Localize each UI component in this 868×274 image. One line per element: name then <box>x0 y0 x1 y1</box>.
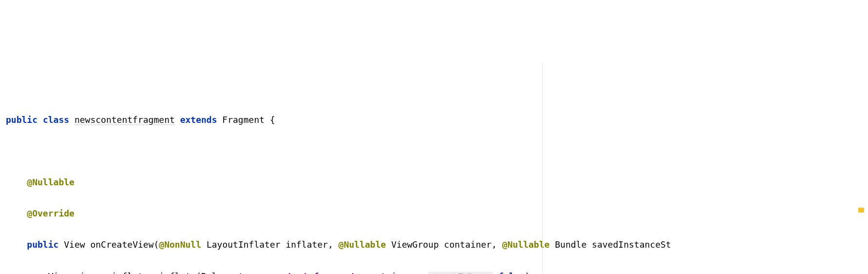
class-name: newscontentfragment <box>75 115 175 125</box>
keyword: public <box>27 239 58 250</box>
r-sub: layout <box>212 271 244 274</box>
keyword: public <box>6 115 38 125</box>
annotation: @Nullable <box>339 239 386 250</box>
type: View <box>48 271 69 274</box>
param-hint: attachToRoot: <box>428 272 493 274</box>
annotation: @NonNull <box>159 239 201 250</box>
arg: container <box>365 271 413 274</box>
resource-id: newscontent_fragment <box>249 271 355 274</box>
right-margin-line <box>542 62 543 274</box>
annotation: @Override <box>27 208 75 218</box>
r-class: R <box>201 271 207 274</box>
param-name: inflater <box>285 239 328 250</box>
code-editor[interactable]: public class newscontentfragment extends… <box>0 62 868 274</box>
return-type: View <box>64 239 85 250</box>
param-type: Bundle <box>555 239 586 250</box>
keyword: false <box>498 271 525 274</box>
code-line[interactable] <box>5 143 868 159</box>
object: inflater <box>112 271 154 274</box>
annotation: @Nullable <box>27 177 75 187</box>
param-type: LayoutInflater <box>207 239 281 250</box>
var: view <box>75 271 95 274</box>
param-name: savedInstanceSt <box>592 239 671 250</box>
keyword: class <box>43 115 69 125</box>
code-line[interactable]: @Override <box>5 206 868 221</box>
method-call: inflate <box>159 271 196 274</box>
param-type: ViewGroup <box>391 239 439 250</box>
code-line[interactable]: public class newscontentfragment extends… <box>5 112 868 128</box>
code-line[interactable]: public View onCreateView(@NonNull Layout… <box>5 237 868 253</box>
warning-stripe[interactable] <box>858 208 864 213</box>
code-line[interactable]: View view = inflater.inflate(R.layout.ne… <box>5 269 868 274</box>
param-name: container <box>444 239 492 250</box>
op: = <box>101 271 106 274</box>
superclass: Fragment <box>222 115 264 125</box>
keyword: extends <box>180 115 217 125</box>
method-name: onCreateView <box>90 239 153 250</box>
code-line[interactable]: @Nullable <box>5 175 868 190</box>
brace: { <box>270 115 275 125</box>
